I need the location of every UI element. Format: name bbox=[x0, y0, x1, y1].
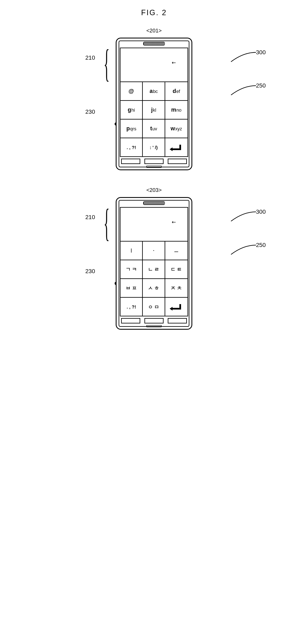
keypad-key-6[interactable]: mno bbox=[165, 101, 187, 120]
enter-icon bbox=[172, 304, 181, 310]
keypad-key-6[interactable]: ㄷㅌ bbox=[165, 260, 187, 279]
keypad-key-8[interactable]: tuv bbox=[143, 120, 165, 138]
display-zone: ↙ bbox=[121, 48, 187, 82]
panel-title: <201> bbox=[77, 28, 231, 34]
home-indicator bbox=[146, 166, 162, 168]
enter-icon bbox=[172, 145, 181, 150]
brace-display-zone: { bbox=[104, 203, 110, 233]
keypad-key-5[interactable]: jkl bbox=[143, 101, 165, 120]
panel-203: <203>{{210230 ↙ ㅣ·ㅡㄱㅋㄴㄹㄷㅌㅂㅍㅅㅎㅈㅊ. , ?!ㅇㅁ … bbox=[77, 187, 231, 330]
softkey-right[interactable] bbox=[168, 158, 187, 164]
earpiece-icon bbox=[143, 201, 165, 205]
screen: ↙ ㅣ·ㅡㄱㅋㄴㄹㄷㅌㅂㅍㅅㅎㅈㅊ. , ?!ㅇㅁ bbox=[120, 207, 188, 316]
panel-201: <201>{{210230 ↙ @abcdefghijklmnopqrstuvw… bbox=[77, 28, 231, 170]
screen: ↙ @abcdefghijklmnopqrstuvwxyz. , ?!: ' /… bbox=[120, 48, 188, 157]
keypad-key-10[interactable]: . , ?! bbox=[121, 138, 143, 157]
keypad-key-2[interactable]: · bbox=[143, 242, 165, 260]
keypad-key-4[interactable]: ㄱㅋ bbox=[121, 260, 143, 279]
softkey-row bbox=[121, 158, 187, 164]
device-outline: ↙ ㅣ·ㅡㄱㅋㄴㄹㄷㅌㅂㅍㅅㅎㅈㅊ. , ?!ㅇㅁ bbox=[116, 197, 192, 330]
keypad-key-3[interactable]: def bbox=[165, 82, 187, 101]
display-zone: ↙ bbox=[121, 208, 187, 242]
label-display-zone: 210 bbox=[85, 54, 95, 61]
keypad-key-3[interactable]: ㅡ bbox=[165, 242, 187, 260]
keypad-key-11[interactable]: ㅇㅁ bbox=[143, 298, 165, 316]
home-indicator bbox=[146, 325, 162, 327]
keypad-key-12[interactable] bbox=[165, 138, 187, 157]
panel-title: <203> bbox=[77, 187, 231, 193]
arrow-icon: ↙ bbox=[170, 218, 177, 226]
softkey-left[interactable] bbox=[121, 318, 140, 324]
keypad-key-7[interactable]: ㅂㅍ bbox=[121, 279, 143, 298]
keypad-key-2[interactable]: abc bbox=[143, 82, 165, 101]
keypad-key-11[interactable]: : ' /) bbox=[143, 138, 165, 157]
keypad-key-7[interactable]: pqrs bbox=[121, 120, 143, 138]
keypad-key-1[interactable]: @ bbox=[121, 82, 143, 101]
keypad-key-9[interactable]: ㅈㅊ bbox=[165, 279, 187, 298]
keypad-key-4[interactable]: ghi bbox=[121, 101, 143, 120]
keypad-key-5[interactable]: ㄴㄹ bbox=[143, 260, 165, 279]
softkey-center[interactable] bbox=[144, 318, 164, 324]
softkey-left[interactable] bbox=[121, 158, 140, 164]
label-input-zone: 230 bbox=[85, 108, 95, 115]
keypad-key-1[interactable]: ㅣ bbox=[121, 242, 143, 260]
keypad-key-12[interactable] bbox=[165, 298, 187, 316]
device-outline: ↙ @abcdefghijklmnopqrstuvwxyz. , ?!: ' /… bbox=[116, 38, 192, 170]
figure-title: FIG. 2 bbox=[141, 8, 167, 17]
label-display-zone: 210 bbox=[85, 214, 95, 220]
label-input-zone: 230 bbox=[85, 268, 95, 274]
softkey-row bbox=[121, 318, 187, 324]
softkey-right[interactable] bbox=[168, 318, 187, 324]
brace-display-zone: { bbox=[104, 44, 110, 74]
softkey-center[interactable] bbox=[144, 158, 164, 164]
earpiece-icon bbox=[143, 42, 165, 46]
keypad-grid: ㅣ·ㅡㄱㅋㄴㄹㄷㅌㅂㅍㅅㅎㅈㅊ. , ?!ㅇㅁ bbox=[121, 242, 187, 316]
keypad-grid: @abcdefghijklmnopqrstuvwxyz. , ?!: ' /) bbox=[121, 82, 187, 157]
arrow-icon: ↙ bbox=[170, 59, 177, 66]
keypad-key-8[interactable]: ㅅㅎ bbox=[143, 279, 165, 298]
keypad-key-10[interactable]: . , ?! bbox=[121, 298, 143, 316]
keypad-key-9[interactable]: wxyz bbox=[165, 120, 187, 138]
